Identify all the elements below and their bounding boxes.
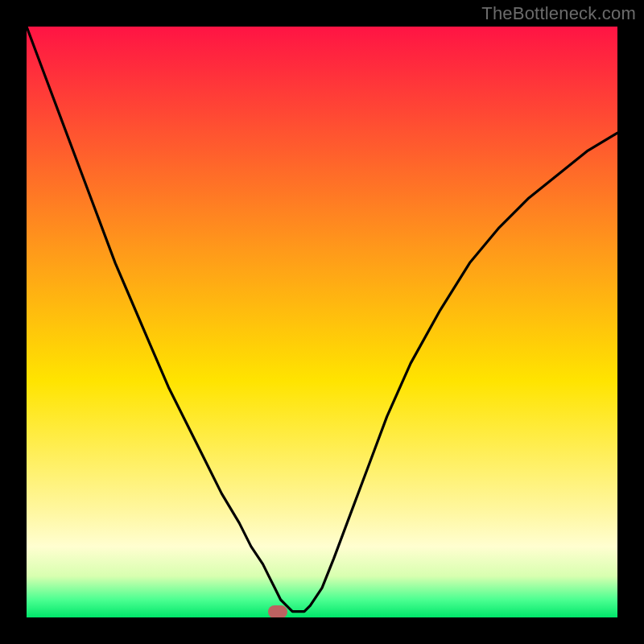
plot-svg (27, 27, 617, 617)
attribution-label: TheBottleneck.com (481, 3, 636, 24)
plot-background (27, 27, 617, 617)
minimum-marker (268, 605, 287, 617)
outer-frame: TheBottleneck.com (0, 0, 644, 644)
plot-area (27, 27, 617, 617)
